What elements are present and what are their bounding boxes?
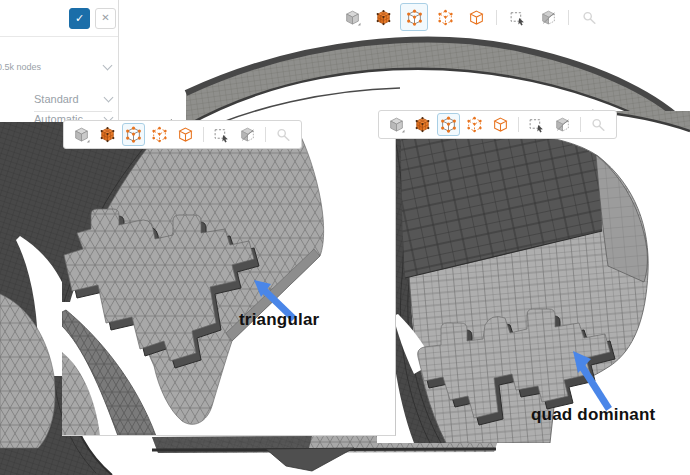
box-select-icon[interactable] <box>210 123 233 146</box>
toolbar-separator <box>518 117 519 132</box>
apply-button[interactable]: ✓ <box>69 8 90 29</box>
triangular-view[interactable] <box>62 120 396 436</box>
box-select-icon[interactable] <box>503 3 531 31</box>
surface-mesh-nodes-icon[interactable] <box>122 123 145 146</box>
quad-dominant-view[interactable] <box>377 111 690 443</box>
nodes-count-label: 0.5k nodes <box>0 62 41 72</box>
solid-view-icon[interactable] <box>70 123 93 146</box>
wireframe-icon[interactable] <box>174 123 197 146</box>
toolbar-separator <box>580 117 581 132</box>
toolbar-separator <box>203 127 204 142</box>
panel-header: ✓ ✕ <box>0 0 118 37</box>
surface-mesh-nodes-icon[interactable] <box>437 113 460 136</box>
mesh-nodes-icon[interactable] <box>148 123 171 146</box>
surface-mesh-icon[interactable] <box>369 3 397 31</box>
mesh-clip-icon[interactable] <box>236 123 259 146</box>
mesh-settings-panel: ✓ ✕ 0.5k nodes Standard Automatic <box>0 0 119 122</box>
label-quad-dominant: quad dominant <box>531 405 655 425</box>
probe-icon[interactable] <box>587 113 610 136</box>
close-button[interactable]: ✕ <box>95 8 116 29</box>
nodes-summary-row: 0.5k nodes <box>0 62 111 72</box>
solid-view-icon[interactable] <box>385 113 408 136</box>
mesh-nodes-icon[interactable] <box>431 3 459 31</box>
toolbar-separator <box>568 10 569 25</box>
toolbar-quad-view <box>378 110 617 139</box>
box-select-icon[interactable] <box>525 113 548 136</box>
surface-mesh-icon[interactable] <box>411 113 434 136</box>
toolbar-main <box>338 3 603 31</box>
toolbar-triangular-view <box>63 120 302 149</box>
mesh-nodes-icon[interactable] <box>463 113 486 136</box>
chevron-down-icon[interactable] <box>103 61 113 71</box>
chevron-down-icon <box>104 93 114 103</box>
surface-mesh-icon[interactable] <box>96 123 119 146</box>
sizing-select[interactable]: Standard <box>34 93 112 112</box>
probe-icon[interactable] <box>575 3 603 31</box>
mesh-clip-icon[interactable] <box>551 113 574 136</box>
mesh-clip-icon[interactable] <box>534 3 562 31</box>
label-triangular: triangular <box>239 310 319 330</box>
probe-icon[interactable] <box>272 123 295 146</box>
surface-mesh-nodes-icon[interactable] <box>400 3 428 31</box>
wireframe-icon[interactable] <box>462 3 490 31</box>
app-window: ✓ ✕ 0.5k nodes Standard Automatic triang… <box>0 0 690 475</box>
solid-view-icon[interactable] <box>338 3 366 31</box>
toolbar-separator <box>265 127 266 142</box>
toolbar-separator <box>496 10 497 25</box>
wireframe-icon[interactable] <box>489 113 512 136</box>
sizing-value: Standard <box>34 93 79 105</box>
